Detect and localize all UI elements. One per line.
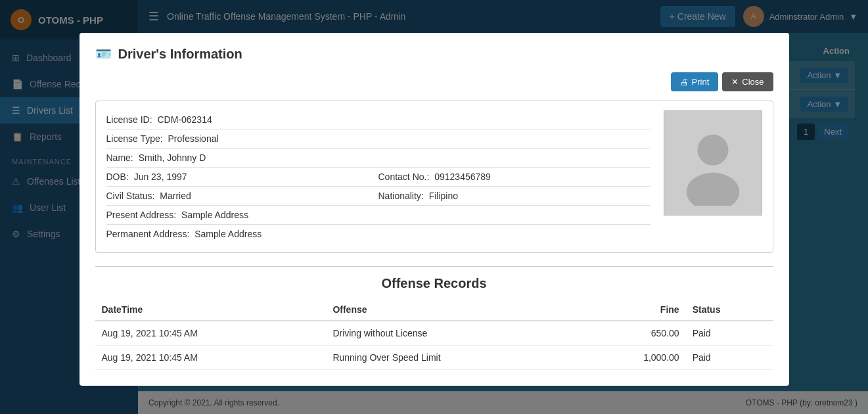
cell-status-1: Paid — [686, 346, 773, 370]
civil-status-label: Civil Status: — [106, 191, 155, 201]
offense-records-title: Offense Records — [95, 276, 773, 291]
offense-table-head: DateTime Offense Fine Status — [95, 299, 773, 321]
driver-card: License ID: CDM-062314 License Type: Pro… — [95, 101, 773, 253]
license-type-value: Professional — [168, 133, 219, 144]
permanent-address-value: Sample Address — [194, 229, 262, 239]
close-x-icon: ✕ — [731, 77, 739, 87]
license-type-label: License Type: — [106, 133, 163, 144]
offense-table-header-row: DateTime Offense Fine Status — [95, 299, 773, 321]
cell-datetime-1: Aug 19, 2021 10:45 AM — [95, 346, 327, 370]
name-row: Name: Smith, Johnny D — [106, 149, 651, 168]
nationality-value: Filipino — [429, 191, 458, 201]
license-id-row: License ID: CDM-062314 — [106, 110, 651, 129]
contact-value: 09123456789 — [434, 172, 491, 182]
contact-label: Contact No.: — [378, 172, 430, 182]
license-id-value: CDM-062314 — [157, 114, 212, 125]
offense-table-row: Aug 19, 2021 10:45 AM Running Over Speed… — [95, 346, 773, 370]
section-divider — [95, 266, 773, 267]
modal-header: 🪪 Driver's Information — [95, 46, 773, 62]
dob-contact-row: DOB: Jun 23, 1997 Contact No.: 091234567… — [106, 168, 651, 187]
printer-icon: 🖨 — [680, 77, 689, 87]
offense-table: DateTime Offense Fine Status Aug 19, 202… — [95, 299, 773, 370]
license-type-row: License Type: Professional — [106, 129, 651, 149]
present-address-row: Present Address: Sample Address — [106, 206, 651, 225]
dob-label: DOB: — [106, 172, 129, 182]
present-address-value: Sample Address — [181, 210, 248, 220]
permanent-address-label: Permanent Address: — [106, 229, 190, 239]
cell-datetime-0: Aug 19, 2021 10:45 AM — [95, 321, 327, 346]
offense-table-row: Aug 19, 2021 10:45 AM Driving without Li… — [95, 321, 773, 346]
col-header-offense: Offense — [326, 299, 582, 321]
civil-status-value: Married — [160, 191, 191, 201]
cell-fine-1: 1,000.00 — [582, 346, 686, 370]
permanent-address-row: Permanent Address: Sample Address — [106, 225, 651, 243]
civil-nationality-row: Civil Status: Married Nationality: Filip… — [106, 187, 651, 206]
cell-fine-0: 650.00 — [582, 321, 686, 346]
close-button[interactable]: ✕ Close — [722, 72, 773, 91]
present-address-label: Present Address: — [106, 210, 177, 220]
col-header-datetime: DateTime — [95, 299, 327, 321]
name-label: Name: — [106, 152, 133, 163]
print-button[interactable]: 🖨 Print — [671, 72, 719, 91]
avatar-placeholder-svg — [677, 120, 749, 206]
offense-records-section: Offense Records DateTime Offense Fine St… — [95, 276, 773, 370]
dob-value: Jun 23, 1997 — [134, 172, 187, 182]
cell-status-0: Paid — [686, 321, 773, 346]
license-id-label: License ID: — [106, 114, 152, 125]
driver-photo — [664, 110, 762, 216]
cell-offense-1: Running Over Speed Limit — [326, 346, 582, 370]
name-value: Smith, Johnny D — [139, 152, 206, 163]
drivers-info-icon: 🪪 — [95, 46, 112, 62]
svg-point-1 — [697, 135, 728, 166]
col-header-status: Status — [686, 299, 773, 321]
col-header-fine: Fine — [582, 299, 686, 321]
nationality-label: Nationality: — [378, 191, 424, 201]
modal-actions: 🖨 Print ✕ Close — [95, 72, 773, 91]
modal-title: Driver's Information — [118, 47, 242, 62]
offense-table-body: Aug 19, 2021 10:45 AM Driving without Li… — [95, 321, 773, 370]
driver-info-section: License ID: CDM-062314 License Type: Pro… — [106, 110, 651, 243]
cell-offense-0: Driving without License — [326, 321, 582, 346]
driver-info-modal: 🪪 Driver's Information 🖨 Print ✕ Close L… — [80, 33, 789, 386]
